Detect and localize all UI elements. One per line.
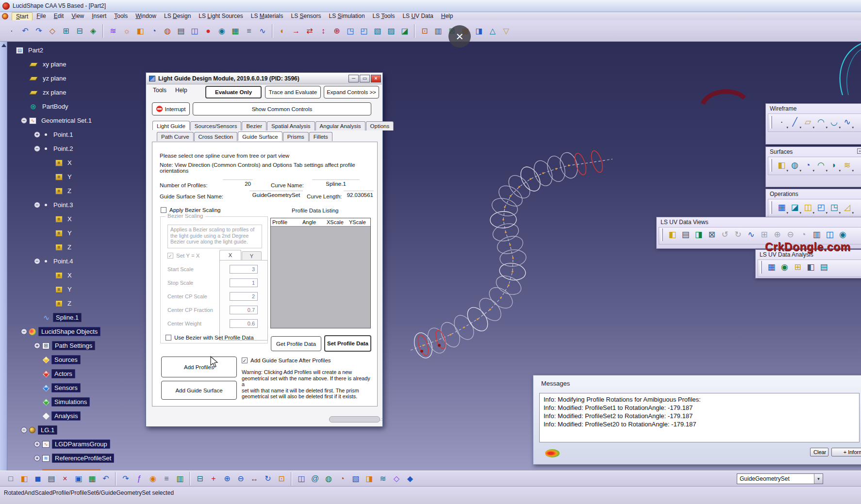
tool-icon[interactable]: ◫ bbox=[188, 25, 201, 37]
filter-informational-button[interactable]: + Inform bbox=[831, 448, 861, 456]
undo-icon[interactable]: ↶ bbox=[99, 472, 112, 485]
menu-item-help[interactable]: Help bbox=[437, 12, 457, 21]
close-icon[interactable]: × bbox=[857, 148, 861, 154]
menu-item-start[interactable]: Start bbox=[12, 12, 33, 21]
tree-item-point-4[interactable]: −Point.4 bbox=[8, 254, 153, 268]
print-icon[interactable]: ▤ bbox=[679, 228, 692, 241]
axis-icon[interactable]: → bbox=[290, 25, 302, 37]
report-icon[interactable]: ▤ bbox=[817, 260, 830, 274]
collapse-icon[interactable]: − bbox=[21, 117, 27, 124]
dialog-menu-tools[interactable]: Tools bbox=[153, 87, 166, 94]
resize-grip[interactable]: .: bbox=[380, 417, 383, 422]
point-icon[interactable]: ·▾ bbox=[775, 115, 788, 129]
zoom-in-icon[interactable]: ⊕ bbox=[771, 228, 784, 241]
subtab-guide-surface[interactable]: Guide Surface bbox=[238, 131, 282, 141]
tool-icon[interactable]: ◪ bbox=[398, 25, 411, 37]
list-icon[interactable]: ▥ bbox=[810, 228, 823, 241]
copy-icon[interactable]: ▣ bbox=[72, 472, 85, 485]
tree-item-x[interactable]: +≡X bbox=[8, 212, 153, 226]
panel-grip[interactable] bbox=[770, 201, 772, 214]
offset-icon[interactable]: ◠▾ bbox=[814, 159, 828, 172]
tree-item-lg-1[interactable]: −LG.1 bbox=[8, 423, 153, 437]
spline-icon[interactable]: ∿▾ bbox=[841, 115, 854, 129]
rotate-ccw-icon[interactable]: ↺ bbox=[718, 228, 731, 241]
tree-item-label[interactable]: xy plane bbox=[40, 60, 68, 68]
tool-icon[interactable]: ▧ bbox=[371, 25, 384, 37]
tree-item-simulations[interactable]: +Simulations bbox=[8, 395, 153, 409]
tree-item-z[interactable]: +≡Z bbox=[8, 296, 153, 310]
panel-grip[interactable] bbox=[770, 116, 772, 129]
evaluate-only-button[interactable]: Evaluate Only bbox=[205, 86, 262, 98]
new-icon[interactable]: □ bbox=[4, 472, 17, 485]
sphere-icon[interactable]: ◔ bbox=[797, 228, 810, 241]
list-icon[interactable]: ≡ bbox=[160, 472, 173, 485]
tree-item-x[interactable]: +≡X bbox=[8, 268, 153, 282]
rotate-cw-icon[interactable]: ↻ bbox=[731, 228, 745, 241]
subtab-cross-section[interactable]: Cross Section bbox=[194, 132, 238, 141]
fit-icon[interactable]: ⊡ bbox=[275, 472, 288, 485]
tool-icon[interactable]: ⊞ bbox=[60, 25, 72, 37]
tree-item-label[interactable]: Point.3 bbox=[51, 201, 75, 209]
interrupt-button[interactable]: Interrupt bbox=[152, 102, 190, 115]
tree-item-y[interactable]: +≡Y bbox=[8, 226, 153, 240]
tree-item-lucidshape-objects[interactable]: −LucidShape Objects bbox=[8, 325, 153, 339]
tree-item-label[interactable]: Analysis bbox=[51, 411, 81, 421]
dialog-titlebar[interactable]: Light Guide Design Module, 2019.6.0.19 (… bbox=[147, 73, 382, 84]
subtab-prisms[interactable]: Prisms bbox=[283, 132, 309, 141]
tree-item-z[interactable]: +≡Z bbox=[8, 240, 153, 254]
checkbox-checked-icon[interactable]: ✓ bbox=[167, 253, 173, 259]
extrude-icon[interactable]: ◧▾ bbox=[775, 159, 788, 172]
column-header-profile[interactable]: Profile bbox=[271, 218, 301, 226]
guide-surface-set-name-field[interactable]: GuideGeometrySet bbox=[249, 191, 303, 199]
tree-item-label[interactable]: Simulations bbox=[51, 397, 90, 406]
tree-item-spline-1[interactable]: +∿Spline.1 bbox=[8, 310, 153, 325]
subtab-path-curve[interactable]: Path Curve bbox=[157, 132, 194, 141]
subtab-fillets[interactable]: Fillets bbox=[309, 132, 332, 141]
bezier-input-stop-scale[interactable]: 1 bbox=[230, 278, 258, 287]
sweep-icon[interactable]: ◗▾ bbox=[828, 159, 841, 172]
tool-icon[interactable]: ▦ bbox=[229, 25, 242, 37]
messages-log[interactable]: Info: Modifying Profile Rotations for Am… bbox=[539, 393, 860, 442]
curve-icon[interactable]: ∿ bbox=[745, 228, 758, 241]
tree-item-y[interactable]: +≡Y bbox=[8, 282, 153, 296]
tool-icon[interactable]: ◧ bbox=[134, 25, 147, 37]
select-icon[interactable]: · bbox=[5, 25, 18, 37]
tree-item-path-settings[interactable]: +⊞Path Settings bbox=[8, 339, 153, 353]
tool-icon[interactable]: ◍ bbox=[161, 25, 174, 37]
use-bezier-with-set-profile-data-checkbox[interactable]: Use Bezier with Set Profile Data bbox=[166, 335, 254, 341]
plane-icon[interactable]: ▱▾ bbox=[801, 115, 814, 129]
open-icon[interactable]: ◧ bbox=[666, 228, 679, 241]
menu-item-window[interactable]: Window bbox=[132, 12, 160, 21]
tree-item-label[interactable]: Part2 bbox=[26, 46, 46, 54]
profile-table-body[interactable] bbox=[271, 227, 370, 328]
tool-icon[interactable]: ◨ bbox=[473, 25, 485, 37]
expand-icon[interactable]: + bbox=[34, 131, 40, 138]
views-icon[interactable]: ◫ bbox=[295, 472, 308, 485]
line-icon[interactable]: ╱▾ bbox=[788, 115, 801, 129]
tree-item-label[interactable]: LGDParamsGroup bbox=[52, 439, 110, 449]
tree-item-analysis[interactable]: +Analysis bbox=[8, 409, 153, 423]
save-icon[interactable]: ◼ bbox=[32, 472, 44, 485]
tree-item-label[interactable]: Y bbox=[65, 173, 74, 181]
select-set-icon[interactable]: ◆ bbox=[404, 472, 416, 485]
extract-icon[interactable]: ◳▾ bbox=[828, 201, 841, 214]
tab-options[interactable]: Options bbox=[366, 121, 394, 130]
menu-item-ls-materials[interactable]: LS Materials bbox=[247, 12, 287, 21]
open-icon[interactable]: ◧ bbox=[18, 472, 31, 485]
profile-data-table[interactable]: ProfileAngleXScaleYScale bbox=[270, 218, 371, 328]
flyout-arrow-icon[interactable]: ▾ bbox=[852, 126, 854, 130]
multisection-icon[interactable]: ≋▾ bbox=[841, 159, 854, 172]
web-icon[interactable]: @ bbox=[309, 472, 321, 485]
expand-icon[interactable]: + bbox=[34, 441, 40, 447]
chat-icon[interactable]: ◉ bbox=[147, 472, 159, 485]
tree-item-label[interactable]: Point.2 bbox=[51, 145, 75, 153]
tree-item-label[interactable]: Y bbox=[65, 229, 74, 237]
tree-item-y[interactable]: +≡Y bbox=[8, 170, 153, 184]
clear-button[interactable]: Clear bbox=[810, 448, 828, 456]
expand-controls-button[interactable]: Expand Controls >> bbox=[324, 86, 379, 98]
tree-item-label[interactable]: Sensors bbox=[51, 383, 81, 392]
tree-item-label[interactable]: Z bbox=[65, 243, 74, 251]
tool-icon[interactable]: ⊡ bbox=[418, 25, 431, 37]
panel-icon[interactable]: ◫ bbox=[823, 228, 836, 241]
tree-item-label[interactable]: Actors bbox=[51, 369, 75, 378]
